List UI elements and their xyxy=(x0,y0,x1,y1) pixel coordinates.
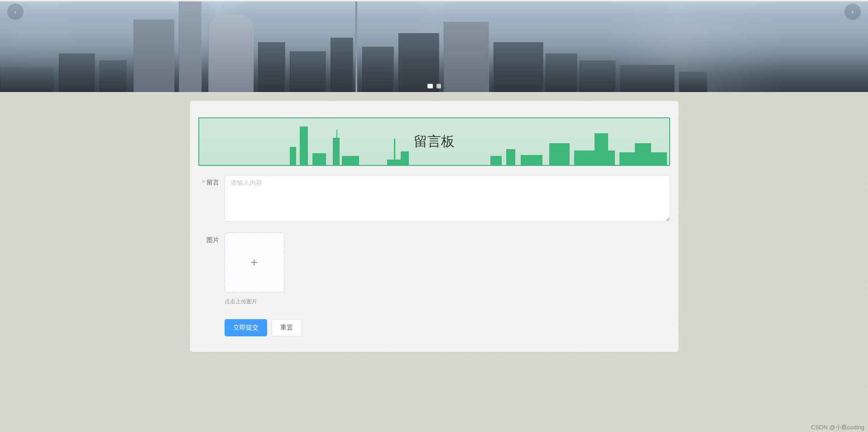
submit-button[interactable]: 立即提交 xyxy=(225,319,267,336)
skyline-decoration xyxy=(546,53,577,92)
skyline-decoration xyxy=(258,42,285,92)
skyline-decoration xyxy=(100,60,127,92)
image-field-wrapper: + 点击上传图片 xyxy=(225,233,670,306)
skyline-decoration xyxy=(290,51,326,92)
skyline-decoration xyxy=(0,67,54,92)
title-panel: 留言板 xyxy=(198,117,670,166)
title-decoration xyxy=(342,156,359,165)
title-decoration xyxy=(490,156,502,165)
image-label: 图片 xyxy=(198,233,225,306)
required-mark: * xyxy=(202,180,205,186)
form-buttons: 立即提交 重置 xyxy=(225,319,670,336)
image-upload-box[interactable]: + xyxy=(225,233,284,292)
skyline-decoration xyxy=(362,47,394,92)
skyline-decoration xyxy=(208,15,254,92)
message-textarea[interactable] xyxy=(225,175,670,222)
form-item-message: *留言 xyxy=(198,175,670,223)
title-decoration xyxy=(401,151,409,165)
image-label-text: 图片 xyxy=(206,236,219,243)
page-title: 留言板 xyxy=(414,132,455,151)
watermark: CSDN @小蔡coding xyxy=(811,423,864,432)
title-decoration xyxy=(300,126,308,165)
hero-carousel: ‹ › xyxy=(0,0,868,92)
skyline-decoration xyxy=(580,60,616,92)
message-field-wrapper xyxy=(225,175,670,223)
chevron-right-icon: › xyxy=(852,8,854,15)
title-decoration xyxy=(394,139,395,165)
skyline-decoration xyxy=(331,38,353,92)
title-decoration xyxy=(506,149,515,165)
upload-tip: 点击上传图片 xyxy=(225,298,670,306)
skyline-decoration xyxy=(179,1,201,92)
skyline-decoration xyxy=(398,33,439,92)
title-decoration xyxy=(290,147,296,165)
carousel-indicators xyxy=(427,84,441,88)
skyline-decoration xyxy=(134,19,174,92)
form-item-image: 图片 + 点击上传图片 xyxy=(198,233,670,306)
carousel-next-button[interactable]: › xyxy=(844,4,861,20)
carousel-prev-button[interactable]: ‹ xyxy=(7,4,24,20)
message-label-text: 留言 xyxy=(206,179,219,186)
plus-icon: + xyxy=(250,255,258,270)
skyline-decoration xyxy=(444,22,489,92)
title-decoration xyxy=(635,143,651,165)
skyline-decoration xyxy=(679,72,707,92)
reset-button[interactable]: 重置 xyxy=(272,319,302,336)
message-form: *留言 图片 + 点击上传图片 立即提交 重置 xyxy=(198,175,670,336)
skyline-decoration xyxy=(494,42,543,92)
carousel-indicator-2[interactable] xyxy=(436,84,441,88)
message-board-card: 留言板 *留言 图片 + 点击上传图片 立即提交 重置 xyxy=(190,101,679,352)
skyline-decoration xyxy=(620,65,675,92)
title-decoration xyxy=(595,133,608,165)
carousel-indicator-1[interactable] xyxy=(427,84,433,88)
title-decoration xyxy=(521,155,542,165)
title-decoration xyxy=(312,153,326,165)
title-decoration xyxy=(549,143,570,165)
message-label: *留言 xyxy=(198,175,225,223)
title-decoration xyxy=(336,130,337,165)
skyline-decoration xyxy=(355,1,357,92)
chevron-left-icon: ‹ xyxy=(14,8,17,15)
skyline-decoration xyxy=(59,53,95,92)
